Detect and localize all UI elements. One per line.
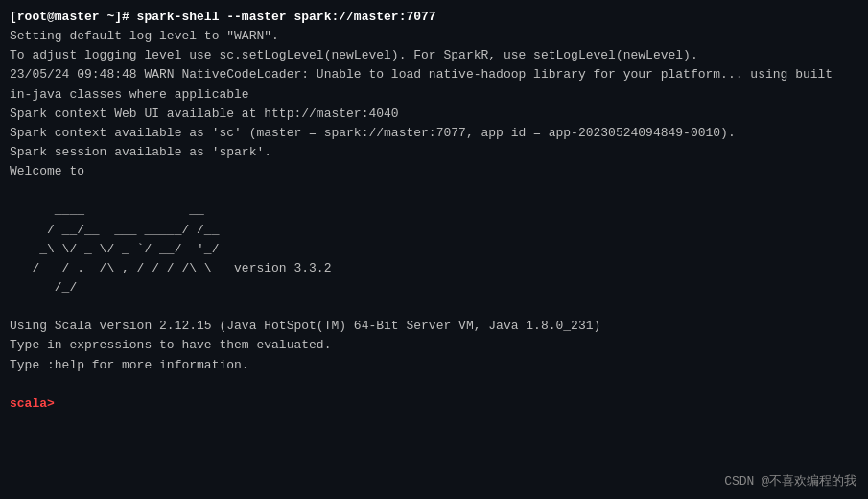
type-info-line-2: Type :help for more information. [10,356,858,375]
log-line-1: Setting default log level to "WARN". [10,27,858,46]
ascii-art-4: /___/ .__/\_,_/_/ /_/\_\ version 3.3.2 [10,259,858,278]
watermark: CSDN @不喜欢编程的我 [724,472,856,489]
terminal-content: [root@master ~]# spark-shell --master sp… [10,8,858,414]
type-info-line-1: Type in expressions to have them evaluat… [10,336,858,355]
scala-version-line: Using Scala version 2.12.15 (Java HotSpo… [10,317,858,336]
command-line: [root@master ~]# spark-shell --master sp… [10,8,858,27]
ascii-art-3: _\ \/ _ \/ _ `/ __/ '_/ [10,240,858,259]
log-line-3: 23/05/24 09:48:48 WARN NativeCodeLoader:… [10,65,858,84]
log-line-6: Spark context available as 'sc' (master … [10,124,858,143]
log-line-2: To adjust logging level use sc.setLogLev… [10,46,858,65]
terminal-window: [root@master ~]# spark-shell --master sp… [0,0,868,499]
welcome-line: Welcome to [10,162,858,181]
scala-prompt[interactable]: scala> [10,394,858,414]
ascii-art-1: ____ __ [10,201,858,220]
ascii-art-2: / __/__ ___ _____/ /__ [10,221,858,240]
log-line-5: Spark context Web UI available at http:/… [10,105,858,124]
blank-line-1 [10,181,858,201]
log-line-4: in-java classes where applicable [10,85,858,105]
ascii-art-5: /_/ [10,278,858,297]
blank-line-3 [10,375,858,394]
blank-line-2 [10,297,858,317]
log-line-7: Spark session available as 'spark'. [10,143,858,162]
